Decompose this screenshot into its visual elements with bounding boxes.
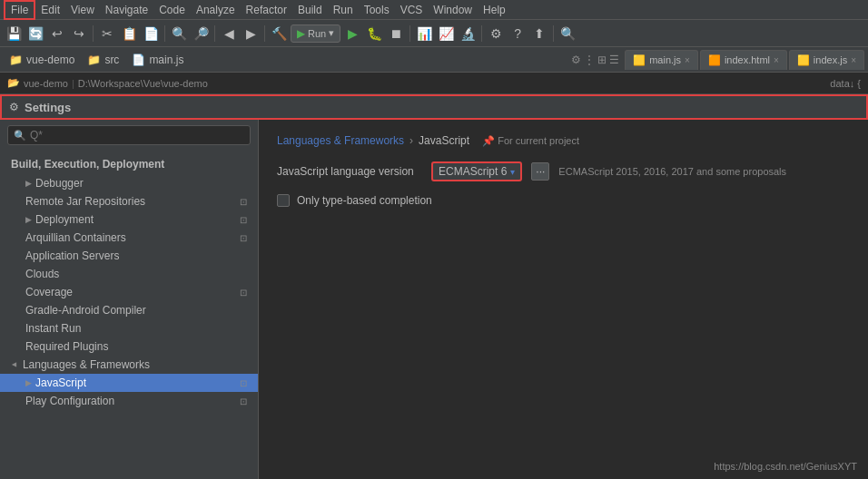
path-separator: |: [72, 78, 74, 89]
tab-indexjs-close[interactable]: ×: [851, 55, 856, 65]
sidebar-label-javascript: JavaScript: [35, 376, 86, 389]
sidebar-label-deployment: Deployment: [35, 213, 94, 226]
breadcrumb-sep1: ›: [409, 134, 413, 147]
sidebar-item-lang-frameworks[interactable]: ▼ Languages & Frameworks: [0, 356, 258, 374]
toolbar-undo[interactable]: ↩: [47, 24, 67, 44]
toolbar-cut[interactable]: ✂: [97, 24, 117, 44]
run-button[interactable]: ▶ Run ▾: [291, 24, 340, 43]
collapse-icon[interactable]: ☰: [609, 54, 619, 66]
sidebar-item-remote-jar[interactable]: Remote Jar Repositories ⊡: [0, 192, 258, 210]
sep2: [164, 25, 165, 42]
toolbar-coverage[interactable]: 📊: [414, 24, 434, 44]
sidebar-item-clouds[interactable]: Clouds: [0, 265, 258, 283]
menu-edit[interactable]: Edit: [35, 2, 65, 18]
toolbar-back[interactable]: ◀: [219, 24, 239, 44]
toolbar-run-green[interactable]: ▶: [342, 24, 362, 44]
menu-run[interactable]: Run: [328, 2, 359, 18]
sidebar-item-required-plugins[interactable]: Required Plugins: [0, 337, 258, 356]
settings-title: Settings: [25, 101, 71, 114]
for-project-label: 📌 For current project: [482, 135, 579, 147]
toolbar-redo[interactable]: ↪: [69, 24, 89, 44]
path-row: 📂 vue-demo | D:\Workspace\Vue\vue-demo d…: [0, 73, 868, 94]
sep1: [93, 25, 94, 42]
project-selector[interactable]: 📁 vue-demo: [4, 52, 80, 68]
toolbar-replace[interactable]: 🔎: [191, 24, 211, 44]
sidebar-section-build: Build, Execution, Deployment: [0, 154, 258, 174]
settings-search-input[interactable]: [30, 129, 244, 142]
sidebar-item-coverage[interactable]: Coverage ⊡: [0, 283, 258, 301]
menu-bar: File Edit View Navigate Code Analyze Ref…: [0, 0, 868, 20]
tab-indexhtml-icon: 🟧: [708, 54, 721, 66]
tab-indexjs[interactable]: 🟨 index.js ×: [789, 50, 864, 70]
tab-indexhtml-label: index.html: [725, 54, 770, 65]
sidebar-item-play-config[interactable]: Play Configuration ⊡: [0, 392, 258, 410]
toolbar-debug[interactable]: 🐛: [364, 24, 384, 44]
path-project-icon: 📂: [7, 77, 20, 89]
toolbar-forward[interactable]: ▶: [241, 24, 261, 44]
settings-icon-small: ⚙: [9, 101, 19, 113]
menu-vcs[interactable]: VCS: [395, 2, 429, 18]
toolbar-find[interactable]: 🔍: [169, 24, 189, 44]
menu-tools[interactable]: Tools: [359, 2, 395, 18]
js-lang-hint: ECMAScript 2015, 2016, 2017 and some pro…: [558, 166, 786, 177]
settings-sidebar: 🔍 Build, Execution, Deployment ▶ Debugge…: [0, 120, 259, 479]
sidebar-item-debugger[interactable]: ▶ Debugger: [0, 174, 258, 192]
gear-icon[interactable]: ⚙: [571, 54, 581, 66]
sep7: [553, 25, 554, 42]
menu-refactor[interactable]: Refactor: [241, 2, 292, 18]
menu-file[interactable]: File: [4, 0, 35, 20]
menu-window[interactable]: Window: [428, 2, 478, 18]
settings-icon[interactable]: ⋮: [584, 54, 595, 66]
file-tabs-row: 📁 vue-demo 📁 src 📄 main.js ⚙ ⋮ ⊞ ☰ 🟨 mai…: [0, 47, 868, 73]
sidebar-item-javascript[interactable]: ▶ JavaScript ⊡: [0, 374, 258, 392]
tab-mainjs[interactable]: 🟨 main.js ×: [625, 50, 698, 70]
ellipsis-button[interactable]: ···: [531, 162, 549, 181]
run-label: Run: [308, 28, 326, 39]
toolbar-build[interactable]: 🔨: [269, 24, 289, 44]
expand-icon[interactable]: ⊞: [597, 54, 607, 66]
toolbar-save[interactable]: 💾: [4, 24, 24, 44]
menu-view[interactable]: View: [65, 2, 100, 18]
menu-navigate[interactable]: Navigate: [100, 2, 153, 18]
toolbar-profile[interactable]: 📈: [436, 24, 456, 44]
watermark: https://blog.csdn.net/GeniusXYT: [714, 461, 857, 472]
sidebar-item-instant-run[interactable]: Instant Run: [0, 319, 258, 337]
toolbar-update[interactable]: ⬆: [529, 24, 549, 44]
sidebar-item-arquillian[interactable]: Arquillian Containers ⊡: [0, 229, 258, 247]
js-lang-label: JavaScript language version: [277, 165, 422, 178]
toolbar-search-all[interactable]: 🔍: [557, 24, 577, 44]
type-based-checkbox[interactable]: [277, 194, 290, 207]
ext-icon-remote-jar: ⊡: [240, 197, 247, 207]
sidebar-item-gradle[interactable]: Gradle-Android Compiler: [0, 301, 258, 319]
sidebar-item-app-servers[interactable]: Application Servers: [0, 247, 258, 265]
menu-build[interactable]: Build: [292, 2, 328, 18]
project-icon: 📁: [9, 54, 23, 66]
mainjs-label: main.js: [149, 54, 183, 66]
js-lang-dropdown[interactable]: ECMAScript 6 ▾: [431, 161, 522, 181]
toolbar-sync[interactable]: 🔄: [25, 24, 45, 44]
tab-indexhtml-close[interactable]: ×: [774, 55, 779, 65]
mainjs-selector[interactable]: 📄 main.js: [126, 52, 189, 68]
toolbar-help[interactable]: ?: [508, 24, 528, 44]
content-area: Languages & Frameworks › JavaScript 📌 Fo…: [259, 120, 868, 479]
tab-indexhtml[interactable]: 🟧 index.html ×: [700, 50, 787, 70]
toolbar-settings[interactable]: ⚙: [486, 24, 506, 44]
sidebar-label-lang-frameworks: Languages & Frameworks: [23, 358, 150, 371]
tab-mainjs-close[interactable]: ×: [685, 55, 690, 65]
settings-search-box[interactable]: 🔍: [7, 125, 251, 145]
menu-help[interactable]: Help: [478, 2, 511, 18]
sidebar-item-deployment[interactable]: ▶ Deployment ⊡: [0, 210, 258, 229]
menu-code[interactable]: Code: [153, 2, 191, 18]
toolbar-stop[interactable]: ⏹: [386, 24, 406, 44]
toolbar-paste[interactable]: 📄: [141, 24, 161, 44]
toolbar-inspect[interactable]: 🔬: [458, 24, 478, 44]
dropdown-arrow-icon: ▾: [510, 167, 515, 177]
breadcrumb-lang-frameworks[interactable]: Languages & Frameworks: [277, 134, 404, 147]
menu-analyze[interactable]: Analyze: [191, 2, 241, 18]
sidebar-label-required-plugins: Required Plugins: [25, 340, 108, 353]
src-selector[interactable]: 📁 src: [82, 52, 124, 68]
checkbox-row: Only type-based completion: [277, 194, 850, 207]
sep6: [481, 25, 482, 42]
ext-icon-play: ⊡: [240, 396, 247, 406]
toolbar-copy[interactable]: 📋: [119, 24, 139, 44]
